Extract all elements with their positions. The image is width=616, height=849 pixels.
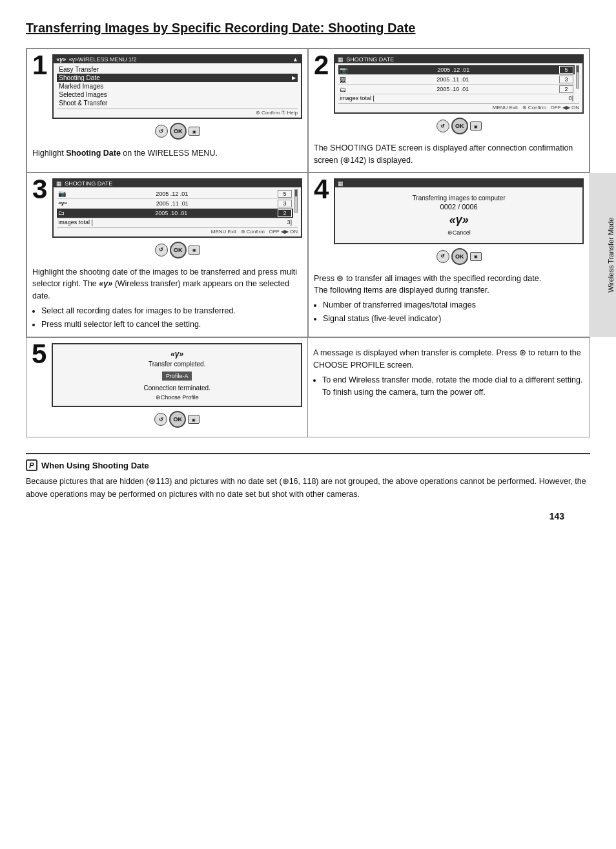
step3-total: images total [ 3] [57, 218, 293, 226]
ctrl-ok: OK [170, 123, 187, 140]
date-count-3: 2 [559, 85, 573, 93]
step-2-total: images total [ 0] [338, 94, 575, 102]
page-number: 143 [26, 511, 590, 521]
step-1-number: 1 [32, 52, 47, 143]
date-row-2: 🖼 2005 .11 .01 3 [338, 75, 575, 85]
step-1-screen-title: «γ» «γ»WIRELESS MENU 1/2 ▲ [54, 56, 301, 63]
complete-wireless-icon: «γ» [59, 350, 294, 359]
step-3-cell: 3 ▦ SHOOTING DATE 📷 2005 .12 .01 [26, 173, 308, 338]
step-3-controls: ↺ OK ▣ [52, 242, 302, 258]
step-5-right: A message is displayed when transfer is … [308, 338, 590, 437]
menu-shooting-date: Shooting Date [57, 74, 298, 82]
steps-grid: 1 «γ» «γ»WIRELESS MENU 1/2 ▲ Easy Transf… [26, 48, 590, 437]
step-4-screen: ▦ Transferring images to computer 0002 /… [334, 178, 584, 244]
step3-date-label-3: 2005 .10 .01 [155, 210, 187, 216]
step-3-screen: ▦ SHOOTING DATE 📷 2005 .12 .01 5 [52, 178, 302, 238]
step-5-screen: «γ» Transfer completed. Profile-A Connec… [52, 343, 302, 407]
step-5-content: «γ» Transfer completed. Profile-A Connec… [52, 343, 302, 432]
transfer-screen: Transferring images to computer 0002 / 0… [338, 189, 579, 241]
step-2-screen-title: ▦ SHOOTING DATE [335, 56, 582, 63]
profile-bar: Profile-A [162, 372, 192, 381]
date-icon-2: 🖼 [340, 76, 346, 83]
step-3-screen-title: ▦ SHOOTING DATE [54, 180, 301, 187]
menu-easy-transfer: Easy Transfer [57, 65, 298, 74]
step-1-screen: «γ» «γ»WIRELESS MENU 1/2 ▲ Easy Transfer… [52, 54, 302, 119]
wireless-transfer-icon: «γ» [342, 213, 576, 227]
scrollbar-2 [576, 65, 579, 89]
date-row-3: 🗂 2005 .10 .01 2 [338, 85, 575, 94]
connection-terminated: Connection terminated. [59, 384, 294, 392]
ctrl-rect-2: ▣ [470, 121, 482, 131]
step-4-content: ▦ Transferring images to computer 0002 /… [334, 178, 584, 269]
date-row-1: 📷 2005 .12 .01 5 [338, 65, 575, 75]
step3-date-count-3: 2 [278, 209, 292, 217]
step-2-controls: ↺ OK ▣ [334, 118, 584, 134]
step-2-number: 2 [314, 52, 329, 138]
step-1-screen-footer: ⊛ Confirm ⑦ Help [57, 109, 298, 116]
ctrl-dial-3: ↺ [155, 244, 168, 257]
menu-icon-2: ▦ [338, 56, 344, 63]
note-area: P When Using Shooting Date Because pictu… [26, 453, 590, 501]
menu-shoot-transfer: Shoot & Transfer [57, 99, 298, 107]
step3-date-count-1: 5 [278, 190, 292, 198]
step-5-number: 5 [32, 341, 46, 432]
cancel-text: ⊛Cancel [342, 229, 576, 236]
menu-icon-3: ▦ [56, 180, 62, 187]
ctrl-rect: ▣ [189, 127, 200, 136]
step3-date-count-2: 3 [278, 200, 292, 207]
step3-date-icon-3: 🗂 [58, 209, 65, 216]
menu-marked-images: Marked Images [57, 82, 298, 90]
step-2-footer: MENU Exit ⊛ Confirm OFF ◀▶ ON [338, 103, 579, 110]
step3-date-row-1: 📷 2005 .12 .01 5 [57, 189, 293, 199]
ctrl-dial-2: ↺ [436, 120, 449, 132]
ctrl-ok-3: OK [170, 242, 187, 258]
step-2-screen: ▦ SHOOTING DATE 📷 2005 .12 .01 5 [334, 54, 584, 114]
transfer-line2: 0002 / 0006 [342, 203, 576, 211]
ctrl-ok-5: OK [169, 411, 186, 428]
step-5-controls: ↺ OK ▣ [52, 411, 302, 428]
step3-date-icon-1: 📷 [58, 190, 66, 197]
step-1-controls: ↺ OK ▣ [52, 123, 302, 140]
complete-screen: «γ» Transfer completed. Profile-A Connec… [56, 346, 298, 404]
step-1-cell: 1 «γ» «γ»WIRELESS MENU 1/2 ▲ Easy Transf… [26, 48, 308, 173]
step-2-cell: 2 ▦ SHOOTING DATE 📷 2005 .12 .01 [308, 48, 590, 173]
step-4-screen-title: ▦ [335, 180, 582, 187]
choose-profile-footer: ⊛Choose Profile [59, 394, 294, 401]
ctrl-ok-4: OK [451, 248, 468, 265]
transfer-complete-text: Transfer completed. [59, 361, 294, 368]
step-4-controls: ↺ OK ▣ [334, 248, 584, 265]
ctrl-ok-2: OK [451, 118, 468, 134]
date-label-1: 2005 .12 .01 [437, 67, 469, 73]
date-count-2: 3 [559, 76, 573, 83]
step3-date-row-3: 🗂 2005 .10 .01 2 [57, 209, 293, 218]
step-3-number: 3 [32, 176, 47, 262]
step-3-desc: Highlight the shooting date of the image… [32, 266, 302, 331]
scrollbar-1: ▲ [293, 56, 298, 63]
step3-date-row-2: «γ» 2005 .11 .01 3 [57, 199, 293, 209]
sidebar-wireless-label: Wireless Transfer Mode [589, 173, 616, 337]
ctrl-rect-5: ▣ [188, 415, 200, 424]
page-title: Transferring Images by Specific Recordin… [26, 19, 590, 36]
step-2-desc: The SHOOTING DATE screen is displayed af… [314, 142, 584, 167]
step3-date-label-1: 2005 .12 .01 [156, 191, 188, 197]
note-text: Because pictures that are hidden (⊛113) … [26, 475, 590, 501]
step-4-number: 4 [314, 176, 329, 269]
date-count-1: 5 [559, 66, 573, 74]
step-5-left: 5 «γ» Transfer completed. Profile-A Conn… [26, 338, 308, 437]
page-container: Transferring Images by Specific Recordin… [0, 0, 616, 534]
note-title: P When Using Shooting Date [26, 459, 590, 471]
step3-date-label-2: 2005 .11 .01 [156, 200, 189, 207]
ctrl-dial-5: ↺ [154, 413, 167, 426]
ctrl-dial-left: ↺ [155, 125, 168, 138]
transfer-line1: Transferring images to computer [342, 194, 576, 202]
step-5-row: 5 «γ» Transfer completed. Profile-A Conn… [26, 337, 590, 437]
menu-selected-images: Selected Images [57, 90, 298, 99]
step3-wireless-mark: «γ» [58, 200, 67, 206]
wireless-icon-1: «γ» [56, 56, 66, 63]
date-icon-3: 🗂 [340, 86, 346, 93]
ctrl-rect-4: ▣ [470, 252, 482, 261]
step-3-footer: MENU Exit ⊛ Confirm OFF ◀▶ ON [57, 227, 298, 235]
menu-icon-4: ▦ [338, 180, 344, 187]
step-4-desc: Press ⊛ to transfer all images with the … [314, 273, 584, 325]
step-1-desc: Highlight Shooting Date on the WIRE­LESS… [32, 147, 302, 160]
